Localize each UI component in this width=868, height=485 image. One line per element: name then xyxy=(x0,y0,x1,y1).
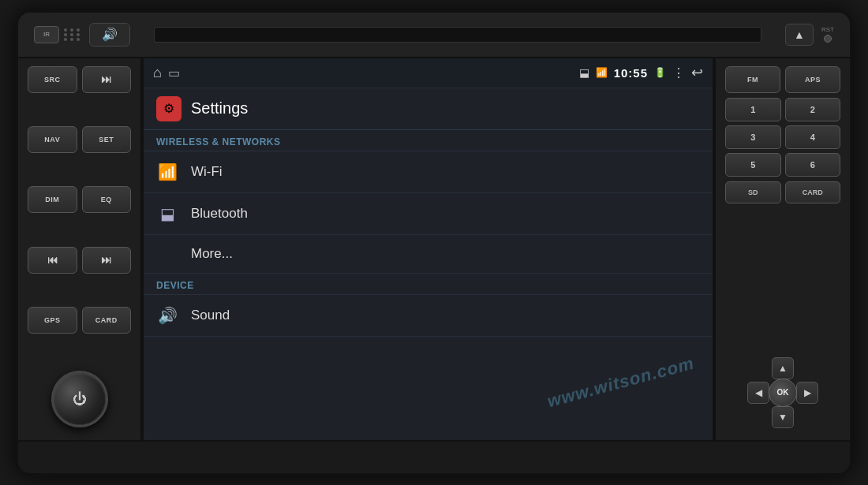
settings-header: ⚙ Settings xyxy=(144,88,713,130)
sound-label: Sound xyxy=(191,308,230,323)
sd-card-row: SD CARD xyxy=(725,181,840,203)
prev-button[interactable]: ⏮ xyxy=(28,247,77,274)
fm-button[interactable]: FM xyxy=(725,66,780,93)
car-unit: IR 🔊 ▲ RST SRC ⏭ NAV SET xyxy=(16,10,852,476)
power-icon: ⏻ xyxy=(73,391,87,408)
settings-icon-wrap: ⚙ xyxy=(156,96,181,121)
watermark: www.witson.com xyxy=(545,353,697,412)
knob-area: ⏻ xyxy=(28,371,131,427)
eject-button[interactable]: ▲ xyxy=(785,24,814,46)
settings-icon: ⚙ xyxy=(163,101,174,116)
wireless-networks-header: WIRELESS & NETWORKS xyxy=(144,130,713,151)
src-button[interactable]: SRC xyxy=(28,66,77,93)
sound-menu-item[interactable]: 🔊 Sound xyxy=(144,295,713,337)
bottom-strip xyxy=(18,440,850,473)
wifi-label: Wi-Fi xyxy=(191,164,223,180)
left-panel: SRC ⏭ NAV SET DIM EQ ⏮ ⏭ GPS CARD xyxy=(18,58,140,440)
dpad-down-button[interactable]: ▼ xyxy=(772,406,794,428)
set-button[interactable]: SET xyxy=(82,126,132,153)
card-right-button[interactable]: CARD xyxy=(785,181,841,203)
wifi-menu-item[interactable]: 📶 Wi-Fi xyxy=(144,151,713,193)
dpad-right-button[interactable]: ▶ xyxy=(796,382,818,404)
button-row-1: SRC ⏭ xyxy=(28,66,131,93)
dim-button[interactable]: DIM xyxy=(28,186,77,213)
next-button[interactable]: ⏭ xyxy=(82,247,132,274)
dpad: ▲ ▼ ◀ ▶ OK xyxy=(747,357,818,428)
cd-slot xyxy=(154,27,761,43)
card-button[interactable]: CARD xyxy=(82,307,132,334)
middle-section: SRC ⏭ NAV SET DIM EQ ⏮ ⏭ GPS CARD xyxy=(18,58,850,440)
num-6-button[interactable]: 6 xyxy=(785,153,841,177)
status-bar: ⌂ ▭ ⬓ 📶 10:55 🔋 ⋮ ↩ xyxy=(144,58,713,88)
fm-aps-row: FM APS xyxy=(725,66,840,93)
gps-button[interactable]: GPS xyxy=(28,307,77,334)
eq-button[interactable]: EQ xyxy=(82,186,132,213)
sd-button[interactable]: SD xyxy=(725,181,781,203)
dpad-left-button[interactable]: ◀ xyxy=(747,382,769,404)
settings-title: Settings xyxy=(191,99,248,118)
bluetooth-menu-icon: ⬓ xyxy=(156,204,178,223)
menu-dots-icon[interactable]: ⋮ xyxy=(672,65,685,80)
screen-icon[interactable]: ▭ xyxy=(168,65,180,80)
ir-button[interactable]: IR xyxy=(34,26,59,43)
wifi-status-icon: 📶 xyxy=(596,67,608,78)
rst-button[interactable] xyxy=(824,35,832,43)
top-strip: IR 🔊 ▲ RST xyxy=(18,13,850,58)
sound-menu-icon: 🔊 xyxy=(156,306,178,325)
bluetooth-label: Bluetooth xyxy=(191,206,248,222)
more-label: More... xyxy=(191,246,233,262)
bluetooth-menu-item[interactable]: ⬓ Bluetooth xyxy=(144,193,713,235)
nav-button[interactable]: NAV xyxy=(28,126,77,153)
number-grid: 1 2 3 4 5 6 xyxy=(725,98,840,177)
num-3-button[interactable]: 3 xyxy=(725,125,781,149)
home-icon[interactable]: ⌂ xyxy=(153,65,162,81)
rst-label: RST xyxy=(821,26,834,33)
num-5-button[interactable]: 5 xyxy=(725,153,781,177)
wifi-menu-icon: 📶 xyxy=(156,162,178,181)
dpad-ok-button[interactable]: OK xyxy=(769,379,797,407)
device-header: DEVICE xyxy=(144,274,713,295)
ir-mic-group: IR xyxy=(34,26,81,43)
dpad-area: ▲ ▼ ◀ ▶ OK xyxy=(747,357,818,428)
mic-dots xyxy=(64,28,81,41)
skip-forward-button[interactable]: ⏭ xyxy=(82,66,132,93)
aps-button[interactable]: APS xyxy=(785,66,840,93)
right-panel: FM APS 1 2 3 4 5 6 SD CARD xyxy=(716,58,850,440)
status-icons: ⬓ 📶 10:55 🔋 xyxy=(579,66,666,80)
dpad-up-button[interactable]: ▲ xyxy=(772,357,794,379)
rst-group: RST xyxy=(821,26,834,43)
bluetooth-status-icon: ⬓ xyxy=(579,66,589,79)
more-menu-item[interactable]: More... xyxy=(144,235,713,274)
power-knob[interactable]: ⏻ xyxy=(51,371,108,427)
right-top: FM APS 1 2 3 4 5 6 SD CARD xyxy=(725,66,840,203)
num-4-button[interactable]: 4 xyxy=(785,125,841,149)
button-row-3: DIM EQ xyxy=(28,186,131,213)
num-2-button[interactable]: 2 xyxy=(785,98,841,121)
back-icon[interactable]: ↩ xyxy=(691,64,703,81)
battery-status-icon: 🔋 xyxy=(654,67,666,78)
volume-button[interactable]: 🔊 xyxy=(89,23,130,47)
screen: ⌂ ▭ ⬓ 📶 10:55 🔋 ⋮ ↩ ⚙ xyxy=(140,58,716,440)
time-display: 10:55 xyxy=(614,66,648,80)
num-1-button[interactable]: 1 xyxy=(725,98,781,121)
screen-inner: ⌂ ▭ ⬓ 📶 10:55 🔋 ⋮ ↩ ⚙ xyxy=(144,58,713,440)
button-row-4: ⏮ ⏭ xyxy=(28,247,131,274)
button-row-5: GPS CARD xyxy=(28,307,131,334)
button-row-2: NAV SET xyxy=(28,126,131,153)
